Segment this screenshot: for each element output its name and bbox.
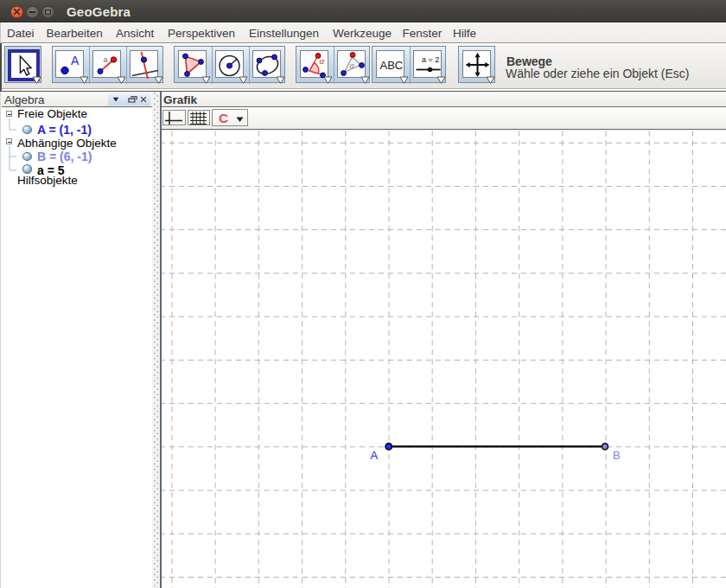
svg-text:B: B: [612, 449, 620, 462]
svg-text:A: A: [71, 53, 80, 67]
svg-text:ABC: ABC: [379, 59, 403, 72]
svg-text:α: α: [349, 60, 354, 69]
svg-text:A: A: [370, 449, 378, 462]
svg-text:a: a: [104, 54, 108, 63]
svg-text:a = 2: a = 2: [422, 55, 439, 64]
